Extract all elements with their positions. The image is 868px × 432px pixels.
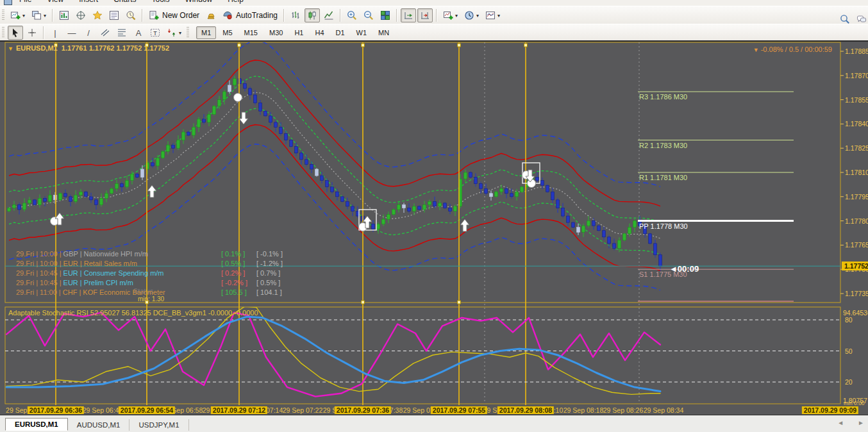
strategy-tester-icon[interactable] [123,8,138,22]
chart-tab-eurusd-m1[interactable]: EURUSD,M1 [5,418,68,431]
fibonacci-icon[interactable] [114,26,129,40]
vline-handle[interactable] [146,44,149,47]
auto-scroll-icon[interactable] [401,8,416,22]
candle-body [131,174,134,181]
candle-body [254,95,257,103]
autotrading-button[interactable]: AutoTrading [220,8,280,22]
market-watch-icon[interactable] [56,8,72,22]
candle-body [244,83,247,88]
data-window-icon[interactable] [106,8,122,22]
up-arrow-marker[interactable] [147,185,156,197]
menu-item-window[interactable]: Window [185,0,213,4]
candle-body [38,198,42,204]
strategy-tester-icon [126,10,136,21]
channel-icon[interactable] [97,26,113,40]
tile-windows-icon[interactable] [378,8,393,22]
timeframe-button-w1[interactable]: W1 [351,26,372,39]
vertical-line-icon[interactable]: | [47,26,63,40]
timeframe-button-m1[interactable]: M1 [196,26,216,39]
signal-dot[interactable] [234,94,242,102]
periods-icon[interactable]: ▾ [462,8,481,22]
toolbar-grip[interactable] [2,10,4,21]
zoom-out-icon[interactable] [361,8,376,22]
candle-body [331,187,334,192]
candle-body [592,221,596,226]
candle-body [105,194,108,199]
vline-handle[interactable] [524,44,528,47]
candle-body [208,114,211,122]
vline-handle[interactable] [458,44,461,47]
expert-advisors-icon[interactable] [203,8,219,22]
profiles-icon[interactable]: ▾ [29,8,49,22]
dropdown-arrow-icon[interactable]: ▾ [22,13,25,19]
toolbar-separator [283,9,285,22]
templates-icon[interactable]: ▾ [483,8,503,22]
bar-chart-icon[interactable] [288,8,303,22]
timeframe-button-h4[interactable]: H4 [310,26,329,39]
timeframe-button-m15[interactable]: M15 [239,26,263,39]
dropdown-arrow-icon[interactable]: ▾ [44,13,46,19]
menu-item-file[interactable]: File [19,0,31,4]
chart-tab-audusd-m1[interactable]: AUDUSD,M1 [68,419,130,431]
candle-body [464,172,467,179]
zoom-in-icon[interactable] [344,8,360,22]
toolbar-grip[interactable] [187,27,189,38]
vline-handle[interactable] [458,301,461,304]
candle-body [264,111,267,116]
candle-body [167,145,170,151]
menu-item-help[interactable]: Help [228,0,244,4]
dropdown-arrow-icon[interactable]: ▾ [497,13,500,19]
new-order-button[interactable]: New Order [146,8,202,22]
vline-handle[interactable] [146,301,149,304]
timeframe-button-mn[interactable]: MN [373,26,394,39]
vline-handle[interactable] [362,44,365,47]
candle-body [654,244,657,255]
candle-body [8,208,11,211]
candle-body [295,147,298,153]
indicators-icon[interactable]: ▾ [440,8,460,22]
menu-item-insert[interactable]: Insert [79,0,98,4]
timeframe-button-h1[interactable]: H1 [289,26,308,39]
chart-shift-icon[interactable] [417,8,433,22]
favorites-icon[interactable] [90,8,105,22]
dropdown-arrow-icon[interactable]: ▾ [179,30,181,36]
text-icon[interactable]: A [131,26,146,40]
cursor-icon [10,28,21,38]
timeframe-button-m5[interactable]: M5 [217,26,237,39]
candle-body [567,216,570,222]
dropdown-arrow-icon[interactable]: ▾ [455,13,458,19]
timeframe-button-d1[interactable]: D1 [331,26,350,39]
text-label-icon[interactable]: T [147,26,163,40]
down-arrow-marker[interactable] [239,112,248,124]
line-chart-icon[interactable] [321,8,337,22]
new-chart-icon[interactable]: ▾ [8,8,28,22]
candle-body [521,187,524,192]
candle-body [587,221,590,226]
vline-handle[interactable] [238,44,241,47]
candle-body [18,204,21,210]
toolbar-grip[interactable] [2,27,4,38]
candlestick-chart-icon[interactable] [305,8,320,22]
cursor-icon[interactable] [8,26,23,40]
timeframe-button-m30[interactable]: M30 [264,26,288,39]
zoom-out-icon [363,10,374,21]
candle-body [44,198,47,201]
vline-handle[interactable] [362,301,365,304]
candle-body [628,228,631,234]
toolbar-separator [340,9,341,22]
tab-scroll-right-icon[interactable]: ► [858,419,864,426]
crosshair-target-icon[interactable] [73,8,88,22]
menu-item-charts[interactable]: Charts [113,0,136,4]
tab-scroll-left-icon[interactable]: ◄ [837,419,844,426]
candle-body [315,169,319,176]
trendline-icon[interactable]: / [81,26,96,40]
menu-item-tools[interactable]: Tools [152,0,170,4]
auto-scroll-icon [403,10,413,21]
menu-item-view[interactable]: View [47,0,63,4]
crosshair-icon[interactable] [24,26,40,40]
chart-tab-usdjpy-m1[interactable]: USDJPY,M1 [129,419,188,431]
vline-handle[interactable] [54,44,58,47]
arrows-icon[interactable]: ▾ [164,26,184,40]
dropdown-arrow-icon[interactable]: ▾ [476,13,479,19]
horizontal-line-icon[interactable]: — [64,26,79,40]
